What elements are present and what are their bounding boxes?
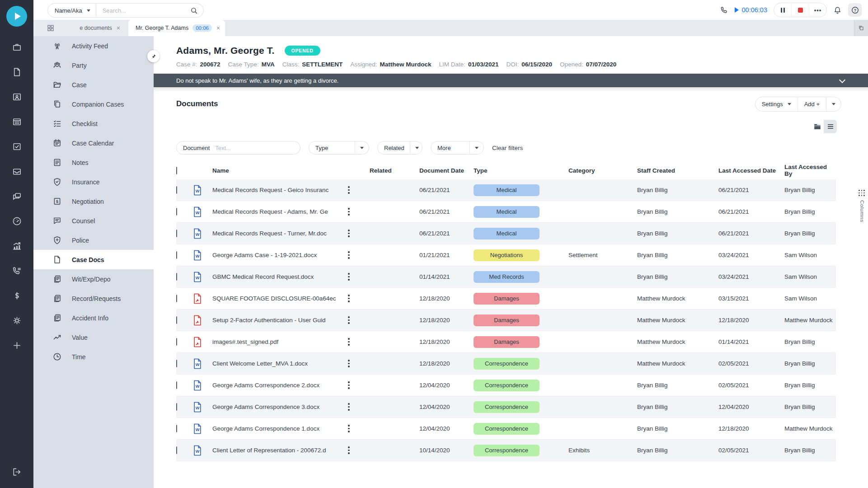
row-checkbox[interactable] <box>176 403 177 411</box>
column-header-name[interactable]: Name <box>212 167 348 174</box>
column-header-type[interactable]: Type <box>474 167 568 174</box>
table-row[interactable]: W GBMC Medical Record Request.docx 01/14… <box>176 266 836 288</box>
search-input[interactable] <box>102 7 185 14</box>
list-view-button[interactable] <box>824 120 837 133</box>
restore-window-button[interactable] <box>854 20 868 36</box>
row-checkbox[interactable] <box>176 381 177 389</box>
chevron-down-icon[interactable] <box>87 9 90 12</box>
sidebar-item[interactable]: Police <box>33 230 154 250</box>
close-icon[interactable]: × <box>117 24 120 32</box>
stop-button[interactable] <box>791 3 809 17</box>
row-menu-button[interactable] <box>348 186 350 194</box>
row-menu-button[interactable] <box>348 360 350 367</box>
table-row[interactable]: SQUARE FOOTAGE DISCLOSURE-00a64ec 12/18/… <box>176 288 836 310</box>
more-filter[interactable]: More <box>431 141 484 155</box>
table-row[interactable]: W Medical Records Request - Geico Insura… <box>176 179 836 201</box>
row-menu-button[interactable] <box>348 251 350 259</box>
table-row[interactable]: W Client Letter of Representation - 2006… <box>176 440 836 461</box>
row-menu-button[interactable] <box>348 295 350 302</box>
row-menu-button[interactable] <box>348 403 350 411</box>
sidebar-item[interactable]: Companion Cases <box>33 94 154 114</box>
gear-icon[interactable] <box>12 315 22 326</box>
row-menu-button[interactable] <box>348 338 350 346</box>
sidebar-item[interactable]: Activity Feed <box>33 36 154 56</box>
columns-handle[interactable]: Columns <box>859 190 865 222</box>
table-row[interactable]: W George Adams Case - 1-19-2021.docx 01/… <box>176 244 836 266</box>
document-name[interactable]: George Adams Correspondence 2.docx <box>212 382 348 389</box>
timer[interactable]: 00:06:03 <box>735 6 767 14</box>
logout-icon[interactable] <box>12 467 22 477</box>
document-name[interactable]: SQUARE FOOTAGE DISCLOSURE-00a64ec <box>212 295 348 302</box>
sidebar-item[interactable]: Value <box>33 328 154 347</box>
document-name[interactable]: George Adams Correspondence 1.docx <box>212 425 348 432</box>
sidebar-item[interactable]: Wit/Exp/Depo <box>33 269 154 289</box>
chevron-down-icon[interactable] <box>839 77 845 83</box>
phone-icon[interactable] <box>720 6 728 14</box>
clear-filters-button[interactable]: Clear filters <box>492 145 523 151</box>
pause-button[interactable] <box>774 3 791 17</box>
row-checkbox[interactable] <box>176 230 177 237</box>
row-menu-button[interactable] <box>348 316 350 324</box>
row-checkbox[interactable] <box>176 295 177 302</box>
column-header-related[interactable]: Related <box>370 167 419 174</box>
sidebar-item[interactable]: $ Negotiation <box>33 192 154 211</box>
calendar-grid-icon[interactable] <box>12 117 22 127</box>
document-name[interactable]: images#.test_signed.pdf <box>212 338 348 345</box>
row-menu-button[interactable] <box>348 446 350 454</box>
add-dropdown-button[interactable] <box>826 97 841 111</box>
timer-more-button[interactable]: ••• <box>809 3 826 17</box>
help-button[interactable]: ? <box>848 3 862 17</box>
select-all-checkbox[interactable] <box>176 167 177 174</box>
search-icon[interactable] <box>190 7 198 14</box>
column-header-last-accessed-by[interactable]: Last Accessed By <box>784 164 836 177</box>
sidebar-item[interactable]: Accident Info <box>33 308 154 328</box>
close-icon[interactable]: × <box>216 24 220 32</box>
sidebar-item[interactable]: Case Calendar <box>33 133 154 153</box>
plus-icon[interactable] <box>12 340 22 351</box>
table-row[interactable]: W George Adams Correspondence 1.docx 12/… <box>176 418 836 440</box>
sidebar-item[interactable]: Counsel <box>33 211 154 230</box>
row-checkbox[interactable] <box>176 273 177 281</box>
row-checkbox[interactable] <box>176 360 177 367</box>
document-name[interactable]: Setup 2-Factor Authentication - User Gui… <box>212 317 348 324</box>
sidebar-item[interactable]: Case Docs <box>33 250 154 269</box>
table-row[interactable]: W Client Welcome Letter_MVA 1.docx 12/18… <box>176 353 836 375</box>
task-check-icon[interactable] <box>12 141 22 152</box>
tab-case-active[interactable]: Mr. George T. Adams 00:06 × <box>128 20 225 36</box>
contact-card-icon[interactable] <box>12 92 22 102</box>
table-row[interactable]: W Medical Records Request - Adams, Mr. G… <box>176 201 836 223</box>
table-row[interactable]: W George Adams Correspondence 3.docx 12/… <box>176 396 836 418</box>
tab-documents[interactable]: e documents × <box>59 20 124 36</box>
file-icon[interactable] <box>12 67 22 77</box>
chart-icon[interactable] <box>12 241 22 251</box>
inbox-icon[interactable] <box>12 166 22 177</box>
row-checkbox[interactable] <box>176 186 177 194</box>
table-row[interactable]: W Medical Records Request - Turner, Mr.d… <box>176 223 836 244</box>
briefcase-icon[interactable] <box>12 42 22 52</box>
table-row[interactable]: Setup 2-Factor Authentication - User Gui… <box>176 310 836 331</box>
table-row[interactable]: images#.test_signed.pdf 12/18/2020 Damag… <box>176 331 836 353</box>
app-logo[interactable] <box>6 6 27 27</box>
row-checkbox[interactable] <box>176 446 177 454</box>
collapse-sidebar-button[interactable] <box>147 50 160 62</box>
bell-icon[interactable] <box>833 6 842 14</box>
row-menu-button[interactable] <box>348 230 350 237</box>
document-name[interactable]: GBMC Medical Record Request.docx <box>212 273 348 280</box>
document-text-input[interactable] <box>214 144 297 152</box>
call-log-icon[interactable] <box>12 266 22 276</box>
dashboard-grid-icon[interactable] <box>47 24 55 32</box>
sidebar-item[interactable]: Checklist <box>33 114 154 133</box>
row-checkbox[interactable] <box>176 251 177 259</box>
sidebar-item[interactable]: Insurance <box>33 172 154 192</box>
type-filter[interactable]: Type <box>309 141 369 155</box>
row-menu-button[interactable] <box>348 208 350 216</box>
related-filter[interactable]: Related <box>377 141 422 155</box>
column-header-category[interactable]: Category <box>568 167 637 174</box>
document-name[interactable]: George Adams Correspondence 3.docx <box>212 404 348 410</box>
row-checkbox[interactable] <box>176 208 177 216</box>
row-menu-button[interactable] <box>348 425 350 432</box>
row-menu-button[interactable] <box>348 381 350 389</box>
sidebar-item[interactable]: Record/Requests <box>33 289 154 308</box>
settings-button[interactable]: Settings <box>755 97 798 111</box>
row-checkbox[interactable] <box>176 425 177 432</box>
